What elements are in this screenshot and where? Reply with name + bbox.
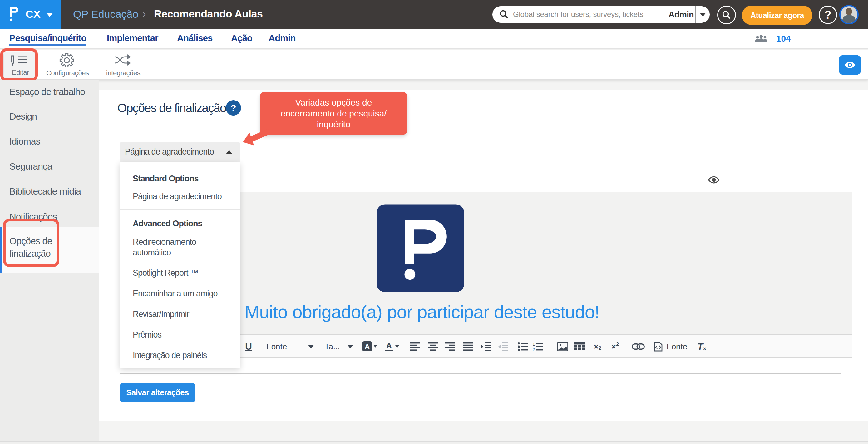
svg-text:A: A [365,343,370,350]
svg-text:A: A [386,341,392,350]
svg-text:2: 2 [533,348,535,351]
svg-text:1: 1 [533,342,535,347]
